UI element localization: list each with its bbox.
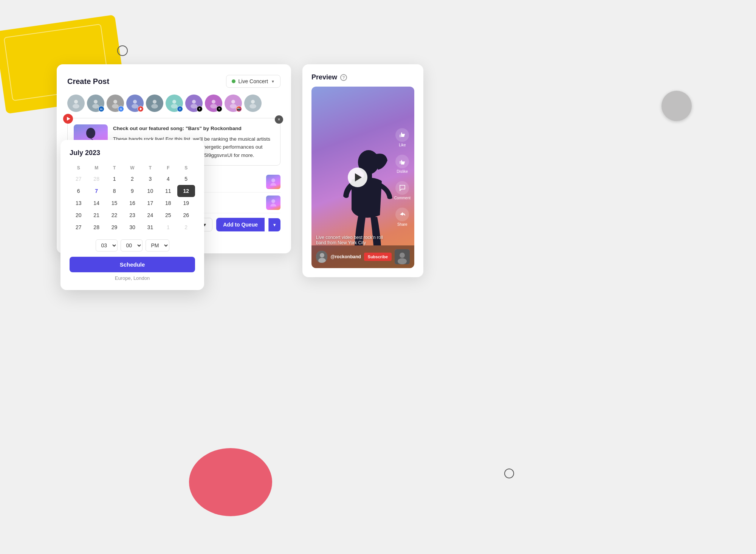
cal-week-4: 20 21 22 23 24 25 26 (70, 209, 195, 221)
cal-day-6[interactable]: 6 (70, 185, 87, 197)
cal-day-13[interactable]: 13 (70, 197, 87, 209)
cal-week-3: 13 14 15 16 17 18 19 (70, 197, 195, 209)
svg-point-19 (249, 104, 256, 109)
svg-point-33 (400, 253, 405, 258)
avatar-item[interactable]: G (107, 95, 124, 112)
cal-day-9[interactable]: 9 (123, 185, 141, 197)
time-hour-select[interactable]: 03 (96, 239, 118, 251)
cal-day-22[interactable]: 22 (105, 209, 123, 221)
cal-day-prev-27[interactable]: 27 (70, 173, 87, 185)
cal-day-header-s1: S (70, 163, 87, 173)
svg-rect-28 (400, 161, 401, 164)
comment-action[interactable]: Comment (394, 181, 411, 200)
cal-day-31[interactable]: 31 (141, 221, 159, 233)
media-thumbnail-small-1 (266, 175, 280, 189)
avatar-item[interactable] (126, 95, 144, 112)
post-text-featured: Check out our featured song: "Bars" by R… (113, 124, 274, 133)
cal-day-2[interactable]: 2 (123, 173, 141, 185)
cal-day-5[interactable]: 5 (177, 173, 195, 185)
gray-circle-decoration (662, 91, 692, 121)
play-button[interactable] (348, 168, 367, 187)
cal-day-10[interactable]: 10 (141, 185, 159, 197)
cal-week-5: 27 28 29 30 31 1 2 (70, 221, 195, 233)
cal-day-27[interactable]: 27 (70, 221, 87, 233)
svg-point-12 (192, 100, 196, 104)
add-to-queue-button[interactable]: Add to Queue (216, 218, 265, 231)
card-title: Create Post (67, 77, 109, 86)
campaign-dropdown[interactable]: Live Concert ▼ (226, 75, 281, 88)
comment-label: Comment (394, 196, 411, 200)
cal-day-8[interactable]: 8 (105, 185, 123, 197)
cal-day-16[interactable]: 16 (123, 197, 141, 209)
cal-day-3[interactable]: 3 (141, 173, 159, 185)
cal-day-23[interactable]: 23 (123, 209, 141, 221)
channel-thumbnail (395, 249, 410, 264)
card-header: Create Post Live Concert ▼ (67, 75, 280, 88)
subscribe-button[interactable]: Subscribe (364, 253, 392, 261)
linkedin-badge: in (98, 106, 104, 112)
svg-point-10 (172, 100, 176, 104)
preview-title: Preview (311, 73, 337, 81)
cal-day-4[interactable]: 4 (159, 173, 177, 185)
dislike-icon (395, 155, 409, 168)
cal-day-header-t1: T (105, 163, 123, 173)
campaign-label: Live Concert (239, 78, 268, 84)
video-background: Like Dislike Comment (311, 87, 414, 268)
cal-week-1: 27 28 1 2 3 4 5 (70, 173, 195, 185)
avatar-circle (67, 95, 85, 112)
avatar-item[interactable] (67, 95, 85, 112)
cal-day-29[interactable]: 29 (105, 221, 123, 233)
cal-day-7[interactable]: 7 (87, 185, 105, 197)
cal-day-14[interactable]: 14 (87, 197, 105, 209)
avatar-item[interactable]: in (87, 95, 104, 112)
like-action[interactable]: Like (395, 128, 409, 147)
cal-day-21[interactable]: 21 (87, 209, 105, 221)
video-preview: Like Dislike Comment (311, 87, 414, 268)
cal-day-next-1[interactable]: 1 (159, 221, 177, 233)
cal-day-24[interactable]: 24 (141, 209, 159, 221)
cal-day-17[interactable]: 17 (141, 197, 159, 209)
dislike-label: Dislike (397, 169, 408, 174)
schedule-button[interactable]: Schedule (70, 257, 195, 272)
svg-point-20 (86, 128, 95, 138)
help-icon[interactable]: ? (340, 74, 347, 81)
share-label: Share (397, 222, 407, 227)
cal-day-1[interactable]: 1 (105, 173, 123, 185)
comment-icon (395, 181, 409, 195)
facebook-badge: f (177, 106, 183, 112)
cal-day-25[interactable]: 25 (159, 209, 177, 221)
avatar-item[interactable] (146, 95, 163, 112)
circle-decoration-top (117, 45, 128, 56)
avatar-item[interactable] (244, 95, 262, 112)
svg-point-2 (94, 100, 98, 104)
preview-card: Preview ? (302, 64, 423, 277)
time-minute-select[interactable]: 00 (121, 239, 143, 251)
cal-day-next-2[interactable]: 2 (177, 221, 195, 233)
silhouette-svg (333, 147, 393, 245)
avatar-item[interactable]: 📷 (225, 95, 242, 112)
add-queue-dropdown-button[interactable]: ▾ (268, 218, 280, 231)
cal-day-header-w: W (123, 163, 141, 173)
cal-day-30[interactable]: 30 (123, 221, 141, 233)
cal-day-18[interactable]: 18 (159, 197, 177, 209)
dislike-action[interactable]: Dislike (395, 155, 409, 174)
avatar-item[interactable]: T (185, 95, 203, 112)
cal-day-15[interactable]: 15 (105, 197, 123, 209)
time-period-select[interactable]: PM AM (146, 239, 169, 251)
cal-day-prev-28[interactable]: 28 (87, 173, 105, 185)
cal-day-11[interactable]: 11 (159, 185, 177, 197)
avatar-item[interactable]: T (205, 95, 222, 112)
avatar-item[interactable]: f (166, 95, 183, 112)
cal-day-28[interactable]: 28 (87, 221, 105, 233)
cal-day-19[interactable]: 19 (177, 197, 195, 209)
instagram-badge: 📷 (236, 106, 242, 112)
svg-point-14 (212, 100, 215, 104)
share-action[interactable]: Share (395, 208, 409, 227)
channel-avatar (316, 251, 327, 263)
cal-day-20[interactable]: 20 (70, 209, 87, 221)
calendar-overlay: July 2023 S M T W T F S 27 28 1 2 3 4 5 (60, 140, 204, 290)
close-button[interactable]: × (275, 115, 283, 124)
cal-day-26[interactable]: 26 (177, 209, 195, 221)
cal-day-12-selected[interactable]: 12 (177, 185, 195, 197)
media-thumbnail-small-2 (266, 196, 280, 210)
